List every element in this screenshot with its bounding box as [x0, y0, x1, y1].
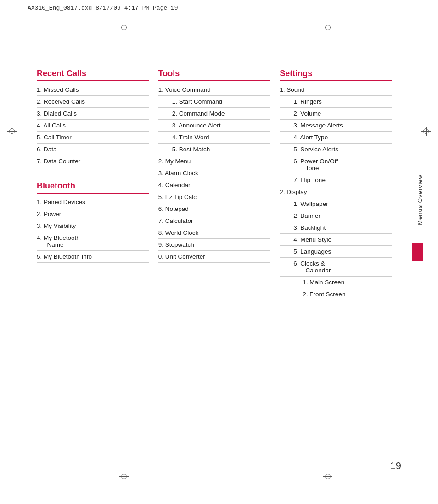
list-item: 3. My Visibility: [37, 220, 149, 232]
crosshair-bottom-left: [119, 472, 129, 481]
list-item: 6. Notepad: [158, 203, 271, 215]
list-item-sub: 2. Volume: [280, 108, 392, 120]
list-item-sub: 3. Message Alerts: [280, 120, 392, 132]
list-item: 0. Unit Converter: [158, 251, 271, 263]
crosshair-left-mid: [7, 127, 17, 136]
list-item-sub: 2. Banner: [280, 210, 392, 222]
tools-title: Tools: [158, 69, 271, 81]
list-item: 2. Received Calls: [37, 96, 149, 108]
list-item: 1. Voice Command: [158, 84, 271, 96]
list-item: 1. Missed Calls: [37, 84, 149, 96]
list-item-sub: 7. Flip Tone: [280, 174, 392, 186]
column-3: Settings 1. Sound 1. Ringers 2. Volume 3…: [280, 69, 401, 314]
list-item: 7. Data Counter: [37, 155, 149, 167]
list-item: 9. Stopwatch: [158, 239, 271, 251]
bluetooth-title: Bluetooth: [37, 181, 149, 194]
list-item-sub: 4. Menu Style: [280, 234, 392, 246]
list-item: 8. World Clock: [158, 227, 271, 239]
list-item: 6. Data: [37, 144, 149, 155]
list-item-sub: 1. Start Command: [158, 96, 271, 108]
list-item-sub: 6. Clocks & Calendar: [280, 258, 392, 277]
content-area: Recent Calls 1. Missed Calls 2. Received…: [37, 69, 401, 314]
list-item: 7. Calculator: [158, 215, 271, 227]
recent-calls-title: Recent Calls: [37, 69, 149, 81]
sidebar-red-block: [412, 243, 423, 261]
column-2: Tools 1. Voice Command 1. Start Command …: [158, 69, 280, 314]
list-item: 4. All Calls: [37, 120, 149, 132]
list-item: 5. Ez Tip Calc: [158, 191, 271, 203]
list-item-sub: 1. Ringers: [280, 96, 392, 108]
crosshair-top-left: [119, 23, 129, 32]
list-item: 3. Alarm Clock: [158, 167, 271, 179]
page-border-left: [14, 28, 14, 476]
list-item: 3. Dialed Calls: [37, 108, 149, 120]
settings-section: Settings 1. Sound 1. Ringers 2. Volume 3…: [280, 69, 392, 300]
page-border-top: [14, 28, 424, 28]
list-item-sub: 5. Best Match: [158, 144, 271, 155]
column-1: Recent Calls 1. Missed Calls 2. Received…: [37, 69, 158, 314]
list-item: 5. My Bluetooth Info: [37, 251, 149, 263]
header-text: AX310_Eng_0817.qxd 8/17/09 4:17 PM Page …: [28, 5, 178, 11]
page-number: 19: [390, 460, 401, 472]
list-item: 1. Paired Devices: [37, 196, 149, 208]
list-item-sub: 6. Power On/Off Tone: [280, 155, 392, 174]
crosshair-right-mid: [421, 127, 431, 136]
list-item: 5. Call Timer: [37, 132, 149, 144]
list-item: 2. My Menu: [158, 155, 271, 167]
bluetooth-section: Bluetooth 1. Paired Devices 2. Power 3. …: [37, 181, 149, 263]
list-item: 4. Calendar: [158, 179, 271, 191]
page-border-bottom: [14, 476, 424, 476]
list-item-sub: 3. Announce Alert: [158, 120, 271, 132]
list-item: 1. Sound: [280, 84, 392, 96]
list-item-sub: 2. Command Mode: [158, 108, 271, 120]
list-item-sub: 1. Wallpaper: [280, 198, 392, 210]
list-item: 2. Power: [37, 208, 149, 220]
list-item-sub2: 1. Main Screen: [280, 277, 392, 288]
settings-title: Settings: [280, 69, 392, 81]
list-item-sub: 4. Alert Type: [280, 132, 392, 144]
recent-calls-section: Recent Calls 1. Missed Calls 2. Received…: [37, 69, 149, 167]
tools-section: Tools 1. Voice Command 1. Start Command …: [158, 69, 271, 263]
list-item-sub: 5. Languages: [280, 246, 392, 258]
page-border-right: [424, 28, 424, 476]
list-item-sub: 4. Train Word: [158, 132, 271, 144]
crosshair-bottom-right: [323, 472, 332, 481]
list-item-sub: 3. Backlight: [280, 222, 392, 234]
list-item: 4. My Bluetooth Name: [37, 232, 149, 251]
list-item: 2. Display: [280, 186, 392, 198]
sidebar-label: Menus Overview: [416, 174, 423, 225]
crosshair-top-right: [323, 23, 332, 32]
list-item-sub2: 2. Front Screen: [280, 288, 392, 300]
list-item-sub: 5. Service Alerts: [280, 144, 392, 155]
